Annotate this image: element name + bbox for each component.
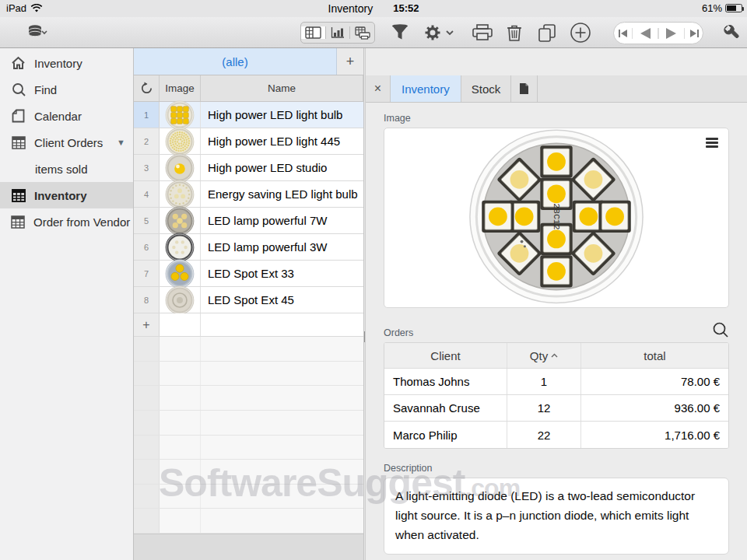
record-row[interactable]: 5LED lamp powerful 7W bbox=[134, 208, 363, 234]
app-screen: iPad Inventory 15:52 61% bbox=[0, 0, 747, 560]
orders-column-client[interactable]: Client bbox=[384, 343, 507, 368]
status-bar: iPad Inventory 15:52 61% bbox=[0, 0, 747, 17]
sidebar: InventoryFindCalendarClient Orders▼items… bbox=[0, 48, 134, 560]
sidebar-item-client-orders[interactable]: Client Orders▼ bbox=[0, 129, 133, 156]
tab-document[interactable] bbox=[511, 75, 538, 102]
sidebar-item-items-sold[interactable]: items sold bbox=[0, 156, 133, 182]
search-icon bbox=[11, 82, 26, 97]
home-icon bbox=[11, 56, 26, 71]
row-number: 7 bbox=[134, 261, 160, 286]
empty-row bbox=[134, 509, 363, 534]
product-name[interactable]: LED Spot Ext 33 bbox=[201, 261, 363, 286]
add-record-button[interactable] bbox=[568, 17, 593, 48]
statusbar-time: 15:52 bbox=[393, 2, 419, 15]
view-tab-bar: (alle) + bbox=[134, 48, 363, 75]
product-name[interactable]: Energy saving LED light bulb bbox=[201, 181, 363, 207]
product-image: 28C12 bbox=[467, 128, 646, 307]
tab-stock[interactable]: Stock bbox=[461, 75, 512, 102]
product-thumbnail bbox=[160, 208, 201, 233]
order-total: 936.00 € bbox=[581, 395, 728, 421]
record-row[interactable]: 3High power LED studio bbox=[134, 155, 363, 181]
product-image-field[interactable]: 28C12 bbox=[384, 128, 729, 308]
record-row[interactable]: 2High power LED light 445 bbox=[134, 128, 363, 155]
previous-record-button[interactable] bbox=[632, 28, 658, 39]
add-view-tab-button[interactable]: + bbox=[337, 48, 363, 75]
last-record-button[interactable] bbox=[685, 30, 703, 37]
row-number: 6 bbox=[134, 234, 160, 260]
column-header-name[interactable]: Name bbox=[201, 75, 363, 101]
sidebar-item-label: Find bbox=[34, 83, 125, 96]
product-thumbnail bbox=[160, 102, 201, 128]
duplicate-button[interactable] bbox=[535, 17, 559, 48]
filter-button[interactable] bbox=[389, 17, 411, 48]
reload-button[interactable] bbox=[134, 75, 160, 101]
product-thumbnail bbox=[160, 155, 201, 180]
sidebar-item-inventory[interactable]: Inventory bbox=[0, 50, 133, 76]
battery-percent: 61% bbox=[702, 2, 722, 14]
sidebar-item-order-from-vendor[interactable]: Order from Vendor bbox=[0, 208, 133, 235]
statusbar-app-title: Inventory bbox=[328, 2, 374, 15]
sidebar-item-calendar[interactable]: Calendar bbox=[0, 103, 133, 129]
order-row[interactable]: Savannah Cruse12936.00 € bbox=[384, 395, 728, 422]
settings-menu-button[interactable] bbox=[422, 17, 454, 48]
orders-header-row: Client Qty total bbox=[384, 343, 728, 369]
image-field-label: Image bbox=[384, 113, 729, 124]
product-name[interactable]: LED lamp powerful 7W bbox=[201, 208, 363, 233]
sidebar-item-inventory[interactable]: Inventory bbox=[0, 182, 133, 208]
empty-row bbox=[134, 362, 363, 387]
print-layout-view-button[interactable] bbox=[350, 26, 374, 40]
record-row[interactable]: 8LED Spot Ext 45 bbox=[134, 287, 363, 313]
list-footer-band bbox=[134, 534, 363, 560]
chevron-down-icon[interactable]: ▼ bbox=[117, 138, 125, 147]
orders-column-qty[interactable]: Qty bbox=[507, 343, 581, 368]
product-name[interactable]: LED lamp powerful 3W bbox=[201, 234, 363, 260]
product-name[interactable]: High power LED light bulb bbox=[201, 102, 363, 128]
empty-row bbox=[134, 436, 363, 460]
column-header-image[interactable]: Image bbox=[160, 75, 201, 101]
tab-alle[interactable]: (alle) bbox=[134, 48, 337, 75]
product-thumbnail bbox=[160, 234, 201, 260]
order-row[interactable]: Thomas Johns178.00 € bbox=[384, 369, 728, 395]
product-name[interactable]: LED Spot Ext 45 bbox=[201, 287, 363, 313]
record-row[interactable]: 1High power LED light bulb bbox=[134, 102, 363, 128]
record-row[interactable]: 6LED lamp powerful 3W bbox=[134, 234, 363, 261]
orders-search-icon[interactable] bbox=[712, 321, 729, 338]
database-menu-button[interactable] bbox=[20, 17, 54, 48]
calendar-icon bbox=[11, 109, 26, 124]
image-menu-icon[interactable] bbox=[706, 138, 718, 148]
empty-row bbox=[134, 411, 363, 436]
product-name[interactable]: High power LED studio bbox=[201, 155, 363, 180]
sidebar-item-label: Calendar bbox=[34, 110, 125, 123]
first-record-button[interactable] bbox=[613, 30, 632, 37]
tab-inventory[interactable]: Inventory bbox=[391, 75, 461, 102]
chart-view-button[interactable] bbox=[326, 26, 351, 39]
table-view-button[interactable] bbox=[301, 26, 326, 39]
sidebar-item-label: Order from Vendor bbox=[33, 215, 130, 229]
product-thumbnail bbox=[160, 287, 201, 313]
document-icon bbox=[519, 82, 529, 95]
tools-wrench-button[interactable] bbox=[719, 17, 742, 48]
order-row[interactable]: Marco Philip221,716.00 € bbox=[384, 422, 728, 448]
product-thumbnail bbox=[160, 181, 201, 207]
close-tab-button[interactable]: × bbox=[366, 75, 391, 102]
table-icon bbox=[11, 135, 26, 150]
sidebar-item-find[interactable]: Find bbox=[0, 76, 133, 103]
splitter-grip-icon bbox=[364, 331, 365, 342]
order-qty: 22 bbox=[507, 422, 581, 448]
next-record-button[interactable] bbox=[658, 28, 685, 39]
add-row-button[interactable]: + bbox=[134, 313, 160, 336]
sidebar-item-label: Client Orders bbox=[34, 136, 108, 149]
table-icon bbox=[11, 215, 25, 229]
orders-column-total[interactable]: total bbox=[581, 343, 728, 368]
description-field[interactable]: A light-emitting diode (LED) is a two-le… bbox=[384, 478, 729, 555]
record-row[interactable]: 7LED Spot Ext 33 bbox=[134, 261, 363, 287]
record-row[interactable]: 4Energy saving LED light bulb bbox=[134, 181, 363, 208]
delete-button[interactable] bbox=[503, 17, 526, 48]
print-button[interactable] bbox=[470, 17, 495, 48]
add-row[interactable]: + bbox=[134, 313, 363, 337]
product-name[interactable]: High power LED light 445 bbox=[201, 128, 363, 154]
record-detail-panel: × Inventory Stock Image 28C12 Orders bbox=[366, 48, 747, 560]
sidebar-item-label: Inventory bbox=[34, 189, 125, 202]
product-thumbnail bbox=[160, 128, 201, 154]
record-list-panel: (alle) + Image Name 1High power LED ligh… bbox=[134, 48, 363, 560]
